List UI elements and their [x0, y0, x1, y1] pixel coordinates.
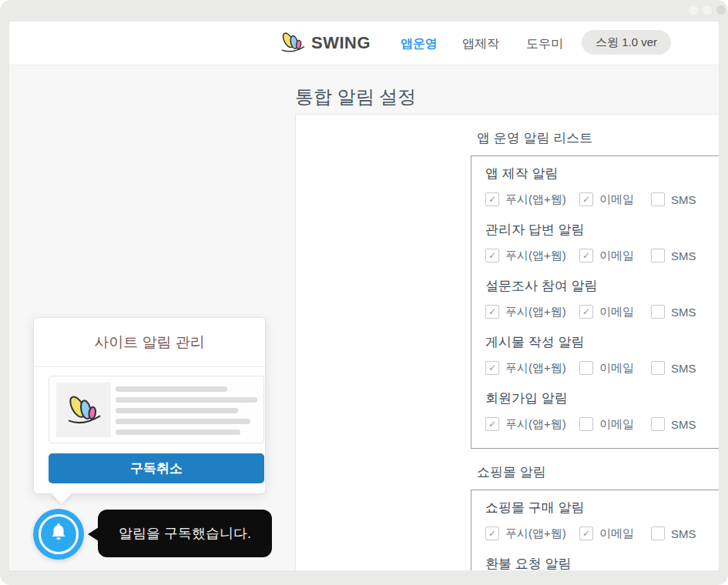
checkbox[interactable]: ✓	[485, 305, 499, 319]
version-badge[interactable]: 스윙 1.0 ver	[582, 30, 671, 55]
checkbox-option[interactable]: SMS	[651, 417, 696, 431]
checkbox-option[interactable]: ✓푸시(앱+웹)	[485, 305, 579, 319]
notification-sections: 앱 운영 알림 리스트앱 제작 알림✓푸시(앱+웹)✓이메일SMS관리자 답변 …	[471, 115, 719, 570]
skeleton-line	[116, 419, 250, 424]
browser-window-frame: SWING 앱운영앱제작도우미 스윙 1.0 ver 통합 알림 설정 앱 운영…	[0, 0, 728, 585]
checkbox-row: ✓푸시(앱+웹)✓이메일SMS	[485, 526, 719, 541]
preview-thumbnail	[56, 383, 111, 437]
bell-icon	[47, 521, 70, 547]
checkbox-option[interactable]: SMS	[651, 526, 696, 540]
checkbox-label: 이메일	[599, 249, 634, 263]
skeleton-line	[116, 430, 240, 435]
checkbox[interactable]: ✓	[485, 526, 499, 540]
notification-group-title: 앱 제작 알림	[485, 165, 719, 182]
checkbox-option[interactable]: SMS	[651, 249, 696, 262]
checkbox[interactable]	[651, 361, 665, 375]
checkbox-option[interactable]: 이메일	[579, 361, 651, 376]
checkbox-option[interactable]: ✓이메일	[579, 249, 651, 263]
checkbox-label: 이메일	[599, 192, 634, 207]
checkbox[interactable]: ✓	[579, 526, 593, 540]
popup-tail	[51, 493, 72, 504]
nav-item-1[interactable]: 앱제작	[462, 36, 499, 52]
page-title: 통합 알림 설정	[295, 85, 416, 109]
checkbox-label: 푸시(앱+웹)	[505, 249, 566, 263]
checkbox[interactable]	[579, 417, 593, 431]
checkbox[interactable]: ✓	[579, 192, 593, 206]
checkbox[interactable]: ✓	[579, 249, 593, 262]
checkbox-option[interactable]: SMS	[651, 305, 696, 319]
checkbox-label: 이메일	[599, 417, 634, 432]
checkbox-label: SMS	[671, 193, 696, 206]
checkbox-option[interactable]: ✓푸시(앱+웹)	[485, 192, 579, 207]
checkbox-option[interactable]: ✓이메일	[579, 305, 651, 319]
section-heading-1: 쇼핑몰 알림	[477, 464, 719, 480]
checkbox-label: 이메일	[599, 361, 634, 376]
checkbox-label: SMS	[671, 362, 696, 375]
checkbox-option[interactable]: ✓푸시(앱+웹)	[485, 249, 579, 263]
checkbox-label: 푸시(앱+웹)	[505, 526, 566, 541]
notification-settings-panel: 앱 운영 알림 리스트앱 제작 알림✓푸시(앱+웹)✓이메일SMS관리자 답변 …	[295, 114, 719, 570]
checkbox-option[interactable]: ✓푸시(앱+웹)	[485, 526, 579, 541]
checkbox-label: SMS	[671, 306, 696, 319]
nav-item-0[interactable]: 앱운영	[401, 36, 438, 52]
brand[interactable]: SWING	[280, 30, 371, 56]
notification-group-title: 회원가입 알림	[485, 390, 719, 406]
notification-group-box-0: 앱 제작 알림✓푸시(앱+웹)✓이메일SMS관리자 답변 알림✓푸시(앱+웹)✓…	[471, 155, 719, 449]
checkbox-option[interactable]: ✓이메일	[579, 192, 651, 207]
skeleton-line	[116, 408, 238, 413]
bell-ring	[39, 514, 79, 554]
checkbox-option[interactable]: ✓푸시(앱+웹)	[485, 417, 579, 432]
checkbox[interactable]	[651, 192, 665, 206]
checkbox-label: 이메일	[599, 305, 634, 319]
checkbox[interactable]: ✓	[485, 192, 499, 206]
checkbox[interactable]: ✓	[485, 417, 499, 431]
checkbox-label: SMS	[671, 418, 696, 431]
section-heading-0: 앱 운영 알림 리스트	[477, 130, 719, 146]
checkbox-label: 이메일	[599, 526, 634, 541]
checkbox-row: ✓푸시(앱+웹)이메일SMS	[485, 360, 719, 376]
subscription-toast: 알림을 구독했습니다.	[98, 510, 272, 557]
toast-tail	[88, 527, 99, 541]
checkbox[interactable]	[651, 417, 665, 431]
window-control-dot	[689, 5, 698, 15]
checkbox-label: 푸시(앱+웹)	[505, 192, 566, 207]
checkbox-row: ✓푸시(앱+웹)✓이메일SMS	[485, 192, 719, 207]
skeleton-line	[116, 386, 227, 392]
checkbox[interactable]: ✓	[579, 305, 593, 319]
notification-group-title: 쇼핑몰 구매 알림	[485, 500, 719, 516]
notification-group-title: 환불 요청 알림	[485, 556, 719, 570]
toast-message: 알림을 구독했습니다.	[119, 524, 251, 543]
checkbox-row: ✓푸시(앱+웹)이메일SMS	[485, 416, 719, 432]
brand-name: SWING	[311, 33, 371, 53]
checkbox-row: ✓푸시(앱+웹)✓이메일SMS	[485, 304, 719, 319]
nav-item-2[interactable]: 도우미	[526, 36, 563, 52]
checkbox-option[interactable]: ✓푸시(앱+웹)	[485, 361, 579, 376]
site-notification-popup: 사이트 알림 관리	[33, 317, 266, 494]
page: SWING 앱운영앱제작도우미 스윙 1.0 ver 통합 알림 설정 앱 운영…	[9, 22, 719, 570]
checkbox-label: SMS	[671, 249, 696, 262]
checkbox[interactable]	[579, 361, 593, 375]
window-control-dot	[703, 5, 712, 15]
unsubscribe-button[interactable]: 구독취소	[49, 453, 264, 483]
notification-group-title: 게시물 작성 알림	[485, 334, 719, 350]
checkbox-option[interactable]: 이메일	[579, 417, 651, 432]
checkbox-option[interactable]: ✓이메일	[579, 526, 651, 541]
checkbox[interactable]: ✓	[485, 361, 499, 375]
checkbox[interactable]: ✓	[485, 249, 499, 262]
checkbox-label: 푸시(앱+웹)	[505, 417, 566, 432]
site-header: SWING 앱운영앱제작도우미 스윙 1.0 ver	[9, 22, 719, 65]
swing-logo-icon	[65, 393, 102, 428]
window-control-dot	[716, 5, 726, 15]
checkbox-label: SMS	[671, 527, 696, 540]
checkbox[interactable]	[651, 249, 665, 262]
checkbox-label: 푸시(앱+웹)	[505, 305, 566, 319]
checkbox-option[interactable]: SMS	[651, 192, 696, 206]
swing-logo-icon	[280, 30, 306, 56]
notification-group-title: 설문조사 참여 알림	[485, 278, 719, 294]
notification-group-box-1: 쇼핑몰 구매 알림✓푸시(앱+웹)✓이메일SMS환불 요청 알림	[471, 490, 719, 570]
checkbox[interactable]	[651, 526, 665, 540]
checkbox[interactable]	[651, 305, 665, 319]
checkbox-label: 푸시(앱+웹)	[505, 361, 566, 376]
checkbox-option[interactable]: SMS	[651, 361, 696, 375]
notification-bell-button[interactable]	[33, 509, 84, 560]
